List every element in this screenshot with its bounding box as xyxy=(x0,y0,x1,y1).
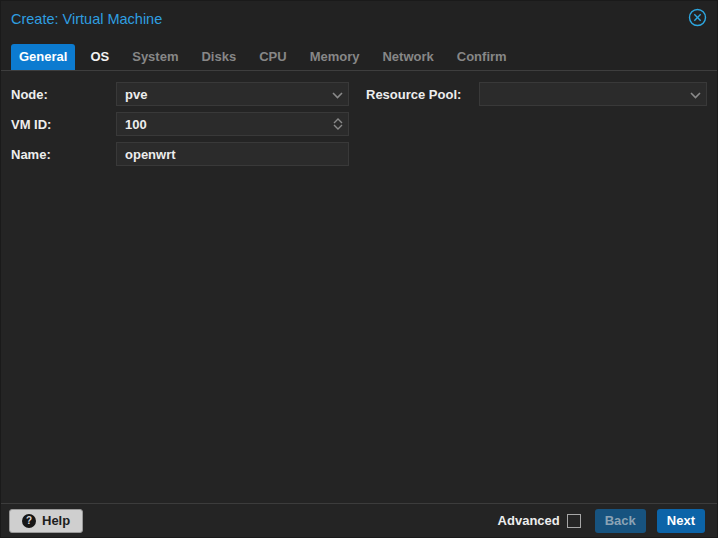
dialog-title: Create: Virtual Machine xyxy=(11,11,687,27)
dialog-footer: ? Help Advanced Back Next xyxy=(1,503,717,537)
tab-confirm: Confirm xyxy=(449,44,515,70)
resource-pool-input[interactable] xyxy=(480,83,684,105)
resource-pool-row: Resource Pool: xyxy=(366,82,707,106)
question-circle-icon: ? xyxy=(22,514,36,528)
tab-system: System xyxy=(124,44,186,70)
tab-os[interactable]: OS xyxy=(82,44,117,70)
name-row: Name: xyxy=(11,142,349,166)
node-label: Node: xyxy=(11,87,116,102)
resource-pool-combobox[interactable] xyxy=(479,82,707,106)
close-icon xyxy=(688,8,707,30)
tab-network: Network xyxy=(374,44,441,70)
next-button[interactable]: Next xyxy=(657,509,705,533)
vmid-spinner[interactable] xyxy=(328,113,348,135)
node-combobox[interactable] xyxy=(116,82,349,106)
wizard-tabbar: General OS System Disks CPU Memory Netwo… xyxy=(1,37,717,71)
node-input[interactable] xyxy=(117,83,326,105)
general-panel: Node: VM ID: xyxy=(1,72,717,503)
resource-pool-label: Resource Pool: xyxy=(366,87,479,102)
node-dropdown-trigger[interactable] xyxy=(326,83,348,105)
vmid-label: VM ID: xyxy=(11,117,116,132)
tab-cpu: CPU xyxy=(251,44,294,70)
create-vm-dialog: Create: Virtual Machine General OS Syste… xyxy=(0,0,718,538)
tab-general[interactable]: General xyxy=(11,44,75,70)
chevron-down-icon xyxy=(332,87,343,102)
tab-disks: Disks xyxy=(193,44,244,70)
vmid-spinner-field[interactable] xyxy=(116,112,349,136)
vmid-input[interactable] xyxy=(117,113,328,135)
vmid-row: VM ID: xyxy=(11,112,349,136)
advanced-option: Advanced xyxy=(498,513,581,528)
name-input[interactable] xyxy=(117,143,348,165)
resource-pool-dropdown-trigger[interactable] xyxy=(684,83,706,105)
back-button: Back xyxy=(595,509,646,533)
help-button[interactable]: ? Help xyxy=(9,509,83,533)
node-row: Node: xyxy=(11,82,349,106)
help-button-label: Help xyxy=(42,513,70,528)
tab-memory: Memory xyxy=(302,44,368,70)
dialog-titlebar: Create: Virtual Machine xyxy=(1,1,717,37)
chevron-down-icon xyxy=(690,87,701,102)
advanced-label: Advanced xyxy=(498,513,560,528)
close-button[interactable] xyxy=(687,9,707,29)
name-field[interactable] xyxy=(116,142,349,166)
advanced-checkbox[interactable] xyxy=(567,514,581,528)
chevron-down-icon xyxy=(333,124,343,130)
name-label: Name: xyxy=(11,147,116,162)
